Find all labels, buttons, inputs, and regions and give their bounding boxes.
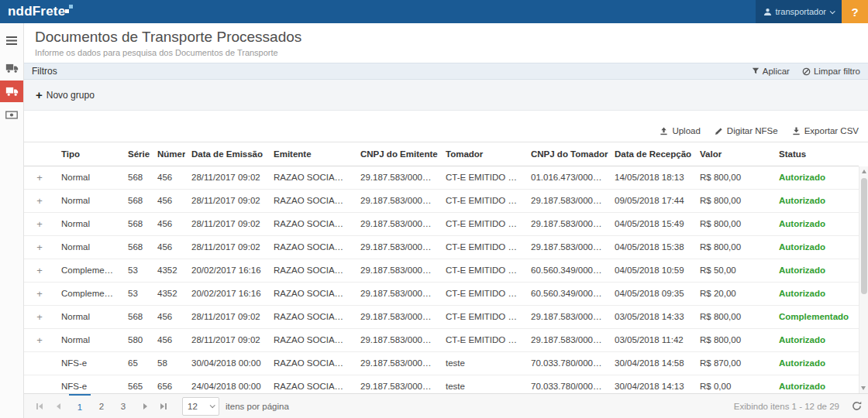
column-header-emitente[interactable]: Emitente xyxy=(267,142,354,166)
cell-serie: 53 xyxy=(122,283,151,306)
pager: 123 12 itens por página Exibindo itens 1… xyxy=(24,393,868,418)
cell-status: Autorizado xyxy=(773,352,859,375)
filters-actions: Aplicar Limpar filtro xyxy=(752,67,860,76)
cell-emitente: RAZAO SOCIAL S.A xyxy=(267,375,354,394)
app-shell: Documentos de Transporte Processados Inf… xyxy=(0,23,868,418)
filters-bar: Filtros Aplicar Limpar filtro xyxy=(24,63,868,80)
last-page-button[interactable] xyxy=(154,394,173,418)
table-row[interactable]: +Normal56845628/11/2017 09:02RAZAO SOCIA… xyxy=(24,213,859,236)
prev-page-button[interactable] xyxy=(49,394,67,418)
column-header-status[interactable]: Status xyxy=(773,142,859,166)
column-header-cnpj_emitente[interactable]: CNPJ do Emitente xyxy=(354,142,439,166)
row-expand-button[interactable]: + xyxy=(24,190,55,213)
table-row[interactable]: +Complementar53435220/02/2017 16:16RAZAO… xyxy=(24,259,859,283)
column-header-serie[interactable]: Série xyxy=(122,142,151,166)
prev-page-icon xyxy=(57,403,60,409)
sidebar-item-fleet[interactable] xyxy=(0,57,23,79)
new-group-button[interactable]: + Novo grupo xyxy=(36,90,95,101)
row-expand-button[interactable]: + xyxy=(24,283,55,306)
top-bar: nddFrete transportador ? xyxy=(0,0,868,23)
cell-recepcao: 14/05/2018 18:13 xyxy=(608,166,694,190)
scrollbar-thumb[interactable] xyxy=(861,178,867,294)
cell-status: Autorizado xyxy=(773,375,859,394)
page-numbers: 123 xyxy=(69,394,134,418)
help-button[interactable]: ? xyxy=(842,0,868,23)
cell-valor: R$ 870,00 xyxy=(694,352,773,375)
cell-cnpj_emitente: 29.187.583/0001-93 xyxy=(354,283,439,306)
cell-emitente: RAZAO SOCIAL S.A xyxy=(267,283,354,306)
table-row[interactable]: +Normal56845628/11/2017 09:02RAZAO SOCIA… xyxy=(24,166,859,190)
row-expand-button[interactable]: + xyxy=(24,166,55,190)
row-expand-button[interactable]: + xyxy=(24,259,55,283)
table-row[interactable]: +Normal58045628/11/2017 09:02RAZAO SOCIA… xyxy=(24,329,859,352)
page-size-select[interactable]: 12 xyxy=(182,397,219,416)
row-expand-button[interactable]: + xyxy=(24,236,55,259)
cell-emissao: 28/11/2017 09:02 xyxy=(185,329,267,352)
column-header-expand xyxy=(24,142,55,166)
logo-square-white xyxy=(65,9,69,13)
menu-toggle-button[interactable] xyxy=(0,29,23,51)
cell-cnpj_emitente: 29.187.583/0001-93 xyxy=(354,166,439,190)
table-row[interactable]: +Normal56845628/11/2017 09:02RAZAO SOCIA… xyxy=(24,190,859,213)
scroll-up-arrow[interactable] xyxy=(862,170,866,173)
filters-title: Filtros xyxy=(32,66,57,77)
first-page-button[interactable] xyxy=(30,394,49,418)
column-header-cnpj_tomador[interactable]: CNPJ do Tomador xyxy=(525,142,608,166)
chevron-down-icon xyxy=(830,9,835,14)
cell-numero: 456 xyxy=(151,213,185,236)
table-row[interactable]: +Normal56845628/11/2017 09:02RAZAO SOCIA… xyxy=(24,236,859,259)
export-csv-button[interactable]: Exportar CSV xyxy=(792,126,859,135)
digitar-nfse-button[interactable]: Digitar NFSe xyxy=(715,126,778,135)
table-row[interactable]: +Complementar53435220/02/2017 16:16RAZAO… xyxy=(24,283,859,306)
page-button-2[interactable]: 2 xyxy=(91,394,112,418)
user-menu[interactable]: transportador xyxy=(756,0,842,23)
cell-serie: 53 xyxy=(122,259,151,283)
cell-cnpj_emitente: 29.187.583/0001-93 xyxy=(354,236,439,259)
chevron-down-icon xyxy=(210,403,215,408)
page-size-value: 12 xyxy=(188,402,198,411)
column-header-valor[interactable]: Valor xyxy=(694,142,773,166)
column-header-recepcao[interactable]: Data de Recepção ↓ xyxy=(608,142,694,166)
sidebar-item-transport-documents[interactable] xyxy=(0,81,23,102)
column-header-numero[interactable]: Número xyxy=(151,142,185,166)
cell-tomador: CT-E EMITIDO EM AMBIE... xyxy=(439,190,525,213)
sidebar-item-billing[interactable] xyxy=(0,104,23,125)
refresh-button[interactable] xyxy=(852,401,862,411)
page-subtitle: Informe os dados para pesquisa dos Docum… xyxy=(35,48,868,57)
sidebar xyxy=(0,23,24,418)
table-row[interactable]: NFS-e655830/04/2018 00:00RAZAO SOCIAL S.… xyxy=(24,352,859,375)
apply-filter-button[interactable]: Aplicar xyxy=(752,67,790,76)
cell-valor: R$ 0,00 xyxy=(694,375,773,394)
cell-serie: 568 xyxy=(122,166,151,190)
table-row[interactable]: NFS-e56565624/04/2018 00:00RAZAO SOCIAL … xyxy=(24,375,859,394)
column-header-tomador[interactable]: Tomador xyxy=(439,142,525,166)
row-expand-button[interactable]: + xyxy=(24,329,55,352)
page-button-3[interactable]: 3 xyxy=(112,394,134,418)
cell-valor: R$ 800,00 xyxy=(694,236,773,259)
row-expand-button[interactable]: + xyxy=(24,213,55,236)
upload-label: Upload xyxy=(672,126,700,135)
cell-cnpj_tomador: 60.560.349/0003-71 xyxy=(525,259,608,283)
column-header-emissao[interactable]: Data de Emissão xyxy=(185,142,267,166)
cell-emitente: RAZAO SOCIAL S.A xyxy=(267,352,354,375)
page-button-1[interactable]: 1 xyxy=(69,394,91,418)
cell-cnpj_tomador: 70.033.780/0001-51 xyxy=(525,375,608,394)
vertical-scrollbar[interactable] xyxy=(859,166,868,393)
cell-cnpj_tomador: 29.187.583/0001-93 xyxy=(525,190,608,213)
cell-cnpj_emitente: 29.187.583/0001-93 xyxy=(354,306,439,329)
cell-recepcao: 30/04/2018 14:58 xyxy=(608,352,694,375)
next-page-button[interactable] xyxy=(136,394,154,418)
row-expand-button[interactable]: + xyxy=(24,306,55,329)
upload-button[interactable]: Upload xyxy=(660,126,700,135)
cell-numero: 456 xyxy=(151,329,185,352)
cell-emissao: 20/02/2017 16:16 xyxy=(185,283,267,306)
cell-emissao: 28/11/2017 09:02 xyxy=(185,236,267,259)
scroll-down-arrow[interactable] xyxy=(861,386,866,390)
cell-recepcao: 30/04/2018 14:13 xyxy=(608,375,694,394)
column-header-tipo[interactable]: Tipo xyxy=(55,142,122,166)
cell-numero: 656 xyxy=(151,375,185,394)
cell-tipo: Normal xyxy=(55,213,122,236)
cell-emissao: 28/11/2017 09:02 xyxy=(185,166,267,190)
table-row[interactable]: +Normal56845628/11/2017 09:02RAZAO SOCIA… xyxy=(24,306,859,329)
clear-filter-button[interactable]: Limpar filtro xyxy=(802,67,860,76)
